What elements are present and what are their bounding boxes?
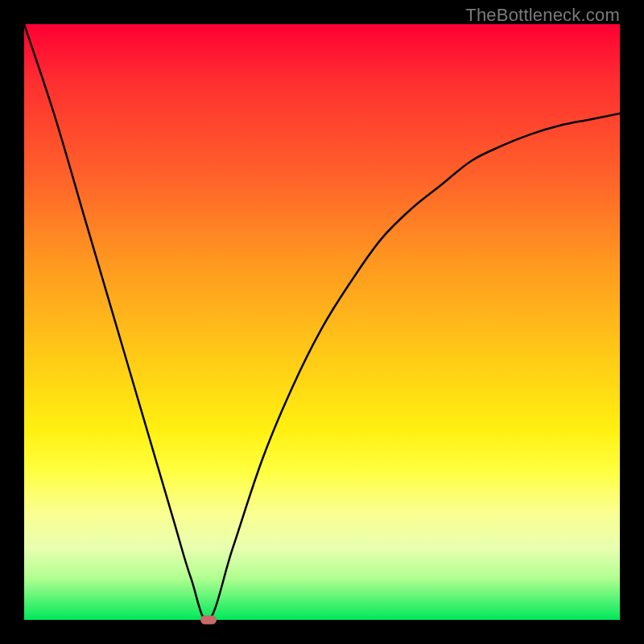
- plot-area: [24, 24, 620, 620]
- watermark-text: TheBottleneck.com: [465, 5, 620, 26]
- bottleneck-curve: [24, 24, 620, 620]
- minimum-marker: [200, 616, 217, 625]
